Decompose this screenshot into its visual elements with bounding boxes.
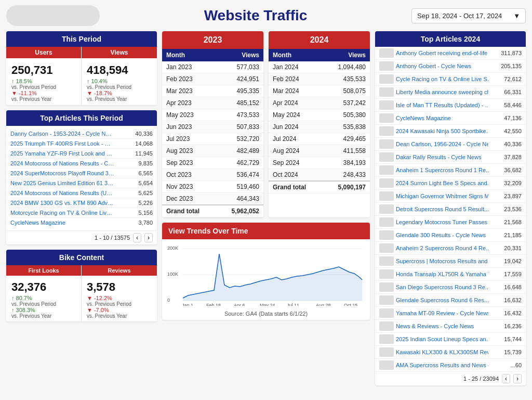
list-item[interactable]: Isle of Man TT Results (Updated) - ...58… <box>375 99 526 112</box>
right-article-title: Detroit Supercross Round 5 Result... <box>379 204 488 214</box>
list-item[interactable]: CycleNews Magazine3,780 <box>10 218 153 227</box>
list-item[interactable]: 2024 SuperMotocross Playoff Round 3 ...6… <box>10 169 153 178</box>
main-grid: This Period Users Views 250,731 ↑ 18.5% … <box>6 31 526 385</box>
articles-next-button[interactable]: › <box>144 233 153 242</box>
table-2023-table: Month Views Jan 2023577,033Feb 2023424,9… <box>162 49 263 217</box>
list-item[interactable]: Supercross | Motocross Results and Ne...… <box>375 255 526 268</box>
list-item[interactable]: Dean Carlson, 1956-2024 - Cycle News40,3… <box>375 138 526 151</box>
list-item[interactable]: Anthony Gobert receiving end-of-life su.… <box>375 47 526 60</box>
right-next-button[interactable]: › <box>513 374 522 383</box>
list-item[interactable]: Danny Carlson - 1953-2024 - Cycle News40… <box>10 129 153 139</box>
list-item[interactable]: Liberty Media announce sweeping chan...6… <box>375 86 526 99</box>
list-item[interactable]: Anaheim 2 Supercross Round 4 Re...20,331 <box>375 242 526 255</box>
rev-year-down-sub: vs. Previous Year <box>87 313 152 319</box>
list-item[interactable]: Honda Transalp XL750R & Yamaha Tene...17… <box>375 268 526 281</box>
right-article-views: 16,432 <box>498 310 522 316</box>
thumbnail <box>379 191 394 201</box>
grand-total-label: Grand total <box>269 181 323 193</box>
col-month-2023: Month <box>162 49 216 61</box>
list-item[interactable]: 2024 Motocross of Nations Results (Upd..… <box>10 188 153 198</box>
views-year-down: ▼ -18.7% <box>87 90 152 96</box>
svg-text:May 24: May 24 <box>260 303 275 306</box>
article-title: 2024 BMW 1300 GS vs. KTM 890 Advent... <box>10 200 114 206</box>
month-cell: Oct 2023 <box>162 169 216 181</box>
thumbnail <box>379 74 394 84</box>
tables-row: 2023 Month Views Jan 2023577,033Feb 2023… <box>162 31 370 217</box>
thumbnail <box>379 256 394 266</box>
month-cell: Dec 2023 <box>162 193 216 205</box>
right-article-title: 2024 Surron Light Bee S Specs and... <box>379 178 488 188</box>
svg-text:Feb 18: Feb 18 <box>206 303 221 306</box>
thumbnail <box>379 100 394 110</box>
list-item[interactable]: Kawasaki KLX300 & KLX300SM Rev...15,739 <box>375 346 526 359</box>
this-period-header: This Period <box>6 31 157 47</box>
date-range-picker[interactable]: Sep 18, 2024 - Oct 17, 2024 ▼ <box>411 8 526 23</box>
articles-prev-button[interactable]: ‹ <box>133 233 141 242</box>
list-item[interactable]: 2024 Kawasaki Ninja 500 Sportbike...42,5… <box>375 125 526 138</box>
list-item[interactable]: Legendary Motocross Tuner Passes - Cy...… <box>375 216 526 229</box>
list-item[interactable]: 2024 Surron Light Bee S Specs and...32,2… <box>375 177 526 190</box>
list-item[interactable]: Glendale 300 Results - Cycle News21,185 <box>375 229 526 242</box>
right-article-title: Yamaha MT-09 Review - Cycle News <box>379 308 488 318</box>
list-item[interactable]: 2025 Indian Scout Lineup Specs an...15,7… <box>375 333 526 346</box>
month-cell: Apr 2023 <box>162 97 216 109</box>
list-item[interactable]: Cycle Racing on TV & Online Live S...72,… <box>375 73 526 86</box>
right-article-views: 16,648 <box>498 284 522 290</box>
table-2023-header: 2023 <box>162 31 263 49</box>
date-range-label: Sep 18, 2024 - Oct 17, 2024 <box>417 12 502 20</box>
list-item[interactable]: Glendale Supercross Round 6 Res...16,632 <box>375 294 526 307</box>
table-row: Jun 2023507,833 <box>162 121 263 133</box>
month-cell: Jul 2023 <box>162 133 216 145</box>
reviews-col: 3,578 ▼ -12.2% vs. Previous Period ▼ -7.… <box>82 276 157 321</box>
right-article-views: 17,559 <box>498 271 522 277</box>
middle-column: 2023 Month Views Jan 2023577,033Feb 2023… <box>162 31 370 320</box>
thumbnail <box>379 321 394 331</box>
list-item[interactable]: Dakar Rally Results - Cycle News37,828 <box>375 151 526 164</box>
articles-pagination: 1 - 10 / 13575 ‹ › <box>6 230 157 244</box>
list-item[interactable]: 2024 BMW 1300 GS vs. KTM 890 Advent...5,… <box>10 198 153 208</box>
article-title: 2024 SuperMotocross Playoff Round 3 ... <box>10 170 114 176</box>
views-year-down-sub: vs. Previous Year <box>87 96 152 102</box>
month-cell: May 2024 <box>269 109 323 121</box>
article-views: 9,835 <box>133 160 153 166</box>
right-article-views: 21,568 <box>498 219 522 225</box>
article-views: 14,068 <box>133 140 153 147</box>
list-item[interactable]: Anaheim 1 Supercross Round 1 Re...36,682 <box>375 164 526 177</box>
month-cell: Jan 2023 <box>162 61 216 73</box>
list-item[interactable]: CycleNews Magazine47,136 <box>375 112 526 125</box>
month-cell: Sep 2024 <box>269 157 323 169</box>
right-article-views: 16,236 <box>498 323 522 329</box>
thumbnail <box>379 178 394 188</box>
grand-total-views: 5,090,197 <box>323 181 370 193</box>
list-item[interactable]: San Diego Supercross Round 3 Re...16,648 <box>375 281 526 294</box>
top-articles-this-period-card: Top Articles This Period Danny Carlson -… <box>6 110 157 244</box>
article-views: 40,336 <box>133 131 153 137</box>
list-item[interactable]: AMA Supercross Results and News - Cy....… <box>375 359 526 371</box>
grand-total-views: 5,962,052 <box>216 205 263 217</box>
views-cell: 535,838 <box>323 121 370 133</box>
right-article-views: 66,331 <box>498 89 522 95</box>
list-item[interactable]: 2025 Yamaha YZF-R9 First Look and Spe...… <box>10 149 153 159</box>
right-article-title: News & Reviews - Cycle News <box>379 321 474 331</box>
views-cell: 1,094,480 <box>323 61 370 73</box>
bike-label-row: First Looks Reviews <box>6 265 157 276</box>
thumbnail <box>379 243 394 253</box>
col-views-2024: Views <box>323 49 370 61</box>
right-prev-button[interactable]: ‹ <box>502 374 510 383</box>
list-item[interactable]: Motorcycle Racing on TV & Online Live L.… <box>10 208 153 218</box>
list-item[interactable]: Anthony Gobert - Cycle News205,135 <box>375 60 526 73</box>
list-item[interactable]: 2024 Motocross of Nations Results - Cy..… <box>10 159 153 169</box>
table-row: Jul 2024429,465 <box>269 133 370 145</box>
thumbnail <box>379 87 394 97</box>
list-item[interactable]: New 2025 Genius Limited Edition 61 30...… <box>10 178 153 188</box>
right-article-title: CycleNews Magazine <box>379 113 451 123</box>
list-item[interactable]: Michigan Governor Whitmer Signs Moto...2… <box>375 190 526 203</box>
views-cell: 532,720 <box>216 133 263 145</box>
list-item[interactable]: Yamaha MT-09 Review - Cycle News16,432 <box>375 307 526 320</box>
article-views: 6,565 <box>133 170 153 176</box>
list-item[interactable]: Detroit Supercross Round 5 Result...23,5… <box>375 203 526 216</box>
list-item[interactable]: News & Reviews - Cycle News16,236 <box>375 320 526 333</box>
list-item[interactable]: 2025 Triumph TF 400RS First Look - Cy...… <box>10 139 153 149</box>
table-2024-table: Month Views Jan 20241,094,480Feb 2024435… <box>269 49 370 193</box>
articles-pagination-label: 1 - 10 / 13575 <box>95 235 130 241</box>
